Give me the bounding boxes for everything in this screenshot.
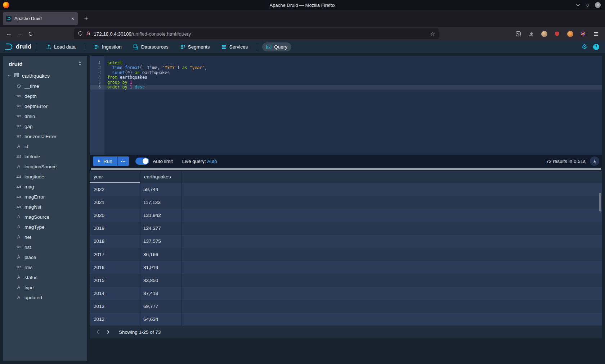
settings-gear-icon[interactable]: ⚙ — [582, 44, 587, 50]
cell-earthquakes[interactable]: 81,919 — [140, 261, 182, 274]
druid-logo[interactable]: druid — [4, 43, 32, 51]
back-button[interactable]: ← — [4, 28, 14, 39]
cell-year[interactable]: 2019 — [90, 222, 140, 235]
url-bar[interactable]: 172.18.0.4:30109/unified-console.html#qu… — [74, 28, 439, 39]
nav-services[interactable]: Services — [217, 42, 252, 51]
ublock-origin-icon[interactable] — [552, 28, 563, 39]
cell-earthquakes[interactable]: 137,575 — [140, 235, 182, 248]
result-row-2017[interactable]: 201786,166 — [90, 248, 602, 261]
sidebar-table-earthquakes[interactable]: earthquakes — [3, 71, 87, 81]
result-row-2022[interactable]: 202259,744 — [90, 183, 602, 196]
cell-year[interactable]: 2015 — [90, 274, 140, 287]
cell-earthquakes[interactable]: 124,377 — [140, 222, 182, 235]
live-query[interactable]: Live query: Auto — [182, 159, 217, 164]
result-row-2018[interactable]: 2018137,575 — [90, 235, 602, 248]
help-icon[interactable]: ? — [593, 44, 599, 50]
next-page-button[interactable] — [103, 327, 113, 337]
downloads-icon[interactable] — [526, 28, 537, 39]
sql-editor[interactable]: 123456 select time_format(__time, 'YYYY'… — [90, 56, 602, 155]
cell-earthquakes[interactable]: 86,166 — [140, 248, 182, 261]
sidebar-column-status[interactable]: Astatus — [3, 272, 87, 282]
minimize-button[interactable] — [576, 3, 580, 7]
editor-code[interactable]: select time_format(__time, 'YYYY') as "y… — [104, 56, 602, 155]
sidebar-column-locationSource[interactable]: AlocationSource — [3, 161, 87, 172]
sidebar-column-magError[interactable]: 123magError — [3, 192, 87, 202]
nav-query[interactable]: Query — [262, 42, 291, 51]
cell-year[interactable]: 2012 — [90, 313, 140, 326]
menu-icon[interactable] — [591, 28, 601, 39]
sidebar-column-magSource[interactable]: AmagSource — [3, 212, 87, 222]
result-row-2012[interactable]: 201264,634 — [90, 313, 602, 326]
chevron-down-icon[interactable] — [7, 73, 11, 79]
sidebar-column-type[interactable]: Atype — [3, 282, 87, 292]
cell-earthquakes[interactable]: 64,634 — [140, 313, 182, 326]
cell-earthquakes[interactable]: 87,418 — [140, 287, 182, 300]
editor-line-1[interactable]: select — [104, 61, 602, 65]
run-more-button[interactable]: ••• — [117, 156, 129, 166]
forward-button[interactable]: → — [14, 28, 25, 39]
cell-year[interactable]: 2013 — [90, 300, 140, 313]
cell-earthquakes[interactable]: 83,850 — [140, 274, 182, 287]
editor-line-3[interactable]: count(*) as earthquakes — [104, 70, 602, 75]
double-caret-icon[interactable] — [78, 61, 82, 67]
auto-limit-toggle[interactable] — [135, 158, 149, 165]
nav-load-data[interactable]: Load data — [42, 42, 80, 51]
bookmark-star-icon[interactable]: ☆ — [430, 31, 435, 37]
prev-page-button[interactable] — [93, 327, 103, 337]
vertical-scrollbar-thumb[interactable] — [599, 193, 601, 211]
result-row-2015[interactable]: 201583,850 — [90, 274, 602, 287]
sidebar-column-horizontalError[interactable]: 123horizontalError — [3, 131, 87, 141]
result-row-2021[interactable]: 2021117,133 — [90, 196, 602, 209]
sidebar-column-nst[interactable]: 123nst — [3, 242, 87, 252]
sidebar-column-__time[interactable]: __time — [3, 81, 87, 91]
run-button[interactable]: Run — [93, 156, 117, 166]
cell-year[interactable]: 2020 — [90, 209, 140, 222]
sidebar-column-magNst[interactable]: 123magNst — [3, 202, 87, 212]
sidebar-column-gap[interactable]: 123gap — [3, 121, 87, 131]
nav-datasources[interactable]: Datasources — [129, 42, 172, 51]
column-header-earthquakes[interactable]: earthquakes — [140, 171, 182, 183]
cell-year[interactable]: 2014 — [90, 287, 140, 300]
sidebar-column-id[interactable]: Aid — [3, 141, 87, 151]
sidebar-column-place[interactable]: Aplace — [3, 252, 87, 262]
browser-tab[interactable]: Apache Druid × — [3, 12, 78, 25]
cell-year[interactable]: 2016 — [90, 261, 140, 274]
horizontal-scrollbar-thumb[interactable] — [91, 168, 601, 170]
sidebar-column-depthError[interactable]: 123depthError — [3, 101, 87, 111]
sidebar-column-dmin[interactable]: 123dmin — [3, 111, 87, 121]
cell-earthquakes[interactable]: 117,133 — [140, 196, 182, 209]
cell-year[interactable]: 2022 — [90, 183, 140, 196]
result-row-2014[interactable]: 201487,418 — [90, 287, 602, 300]
cell-earthquakes[interactable]: 131,942 — [140, 209, 182, 222]
tracking-shield-icon[interactable] — [78, 31, 83, 37]
pocket-icon[interactable] — [513, 28, 524, 39]
sidebar-column-depth[interactable]: 123depth — [3, 91, 87, 101]
result-row-2020[interactable]: 2020131,942 — [90, 209, 602, 222]
cell-earthquakes[interactable]: 69,777 — [140, 300, 182, 313]
insecure-lock-icon[interactable] — [86, 31, 91, 37]
horizontal-scrollbar[interactable] — [90, 167, 602, 171]
sidebar-column-longitude[interactable]: 123longitude — [3, 172, 87, 182]
sidebar-column-updated[interactable]: Aupdated — [3, 292, 87, 302]
result-row-2013[interactable]: 201369,777 — [90, 300, 602, 313]
extension-icon[interactable] — [565, 28, 575, 39]
extension-avatar-icon[interactable] — [539, 28, 550, 39]
nav-ingestion[interactable]: Ingestion — [90, 42, 126, 51]
colorful-extension-icon[interactable] — [578, 28, 588, 39]
reload-button[interactable] — [25, 28, 36, 39]
close-button[interactable]: × — [595, 2, 601, 8]
editor-line-6[interactable]: order by 1 desc — [104, 85, 602, 90]
maximize-button[interactable]: ◇ — [586, 3, 589, 8]
editor-line-4[interactable]: from earthquakes — [104, 75, 602, 80]
cell-earthquakes[interactable]: 59,744 — [140, 183, 182, 196]
column-header-year[interactable]: year — [90, 171, 140, 183]
nav-segments[interactable]: Segments — [176, 42, 214, 51]
tab-close-icon[interactable]: × — [71, 16, 75, 22]
new-tab-button[interactable]: + — [81, 13, 91, 24]
cell-year[interactable]: 2018 — [90, 235, 140, 248]
cell-year[interactable]: 2021 — [90, 196, 140, 209]
editor-line-5[interactable]: group by 1 — [104, 80, 602, 85]
sidebar-column-magType[interactable]: AmagType — [3, 222, 87, 232]
sidebar-column-mag[interactable]: 123mag — [3, 182, 87, 192]
cell-year[interactable]: 2017 — [90, 248, 140, 261]
